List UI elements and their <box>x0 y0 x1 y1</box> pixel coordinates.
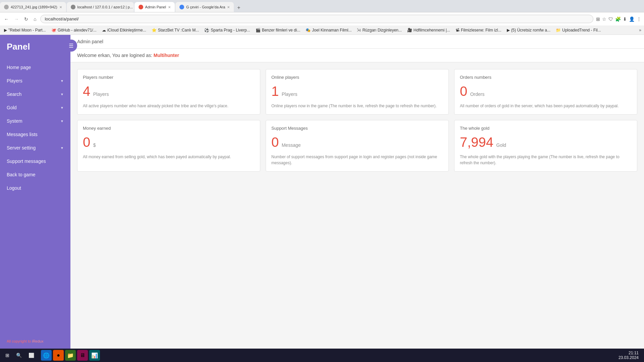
footer-brand: iRedux <box>32 339 43 343</box>
sidebar-label-players: Players <box>7 78 22 83</box>
browser-chrome: 422713_241.jpg (1899×942) ✕ localhost / … <box>0 0 644 35</box>
card-desc-orders: All number of orders of gold in the serv… <box>460 103 632 109</box>
card-players-number: Players number 4 Players All active play… <box>77 69 260 115</box>
home-button[interactable]: ⌂ <box>32 15 38 23</box>
card-money: Money earned 0 $ All money earned from s… <box>77 120 260 172</box>
menu-icon[interactable]: ⋮ <box>637 16 641 22</box>
card-number-online: 1 <box>271 84 279 99</box>
sidebar-menu-toggle[interactable]: ☰ <box>65 40 77 52</box>
footer-prefix: All copyright to <box>7 339 31 343</box>
taskbar-app4[interactable]: 🖥 <box>77 350 88 361</box>
search-button[interactable]: 🔍 <box>13 351 24 359</box>
bookmark-filmiz[interactable]: 📽 Filmizlesene: Film izl... <box>454 27 503 33</box>
card-title-gold: The whole gold <box>460 126 632 131</box>
bookmark-icon-5: 🎬 <box>256 28 261 33</box>
taskbar-chrome[interactable]: ● <box>53 350 64 361</box>
bookmark-icloud[interactable]: ☁ iCloud Etkinleştirme... <box>101 27 148 33</box>
sidebar-title: Panel <box>7 42 64 52</box>
taskbar-start: ⊞ 🔍 ⬜ <box>3 351 37 359</box>
taskbar-edge[interactable]: 🌐 <box>41 350 52 361</box>
reload-button[interactable]: ↻ <box>23 15 30 23</box>
bookmark-ucretsiz[interactable]: ▶ (5) Ücretsiz romfw a... <box>505 27 552 33</box>
task-view-button[interactable]: ⬜ <box>26 351 37 359</box>
card-value-online: 1 Players <box>271 84 443 99</box>
bookmark-starzbet[interactable]: ⭐ StarzBet TV :Canlı M... <box>150 27 200 33</box>
sidebar-item-gold[interactable]: Gold ▼ <box>0 101 70 114</box>
bookmark-uploaded[interactable]: 📁 UploadedTrend - Fil... <box>554 27 602 33</box>
bookmark-label-1: GitHub - alexdev71/... <box>58 28 97 33</box>
tab-label-admin: Admin Panel <box>145 5 166 9</box>
sidebar-item-server[interactable]: Server setting ▼ <box>0 141 70 155</box>
clock-date: 23.03.2024 <box>619 355 639 360</box>
sidebar-item-system[interactable]: System ▼ <box>0 114 70 128</box>
sidebar-item-backtogame[interactable]: Back to game <box>0 168 70 181</box>
sidebar-footer: All copyright to iRedux <box>0 334 70 349</box>
card-number-players: 4 <box>83 84 90 99</box>
bookmark-label-2: iCloud Etkinleştirme... <box>107 28 146 33</box>
sidebar-item-homepage[interactable]: Home page <box>0 61 70 74</box>
sidebar-item-search[interactable]: Search ▼ <box>0 87 70 101</box>
bookmark-label-5: Benzer filmleri ve di... <box>262 28 301 33</box>
translate-icon[interactable]: ⊞ <box>596 16 600 22</box>
browser-actions: ⊞ ☆ 🛡 🧩 ⬇ 👤 ⋮ <box>596 16 641 22</box>
sidebar-header: Panel <box>0 35 70 61</box>
bookmark-sparta[interactable]: ⚽ Sparta Prag - Liverp... <box>203 27 251 33</box>
cards-grid: Players number 4 Players All active play… <box>70 62 644 178</box>
card-number-gold: 7,994 <box>460 135 493 149</box>
profile-icon[interactable]: 👤 <box>629 16 635 22</box>
card-value-support: 0 Message <box>271 135 443 150</box>
shield-icon[interactable]: 🛡 <box>608 16 613 22</box>
tab-google[interactable]: G çeviri - Google'da Ara ✕ <box>175 2 234 12</box>
bookmark-label-9: Filmizlesene: Film izl... <box>461 28 501 33</box>
card-gold: The whole gold 7,994 Gold The whole gold… <box>454 120 637 172</box>
bookmark-joel[interactable]: 🎭 Joel Kinnaman Filml... <box>304 27 353 33</box>
bookmark-icon-1: 🐙 <box>51 28 56 33</box>
sidebar-item-messages[interactable]: Messages lists <box>0 128 70 141</box>
tab-image[interactable]: 422713_241.jpg (1899×942) ✕ <box>0 2 66 12</box>
bookmark-hdfilm[interactable]: 🎥 Hdfilmcehennemi |... <box>406 27 451 33</box>
sidebar-item-logout[interactable]: Logout <box>0 181 70 195</box>
sidebar-label-gold: Gold <box>7 105 17 110</box>
bookmarks-more-icon[interactable]: » <box>639 28 641 33</box>
tab-localhost[interactable]: localhost / 127.0.0.1 / azer12 | p... ✕ <box>67 2 134 12</box>
bookmark-icon-4: ⚽ <box>204 28 209 33</box>
tab-close-admin[interactable]: ✕ <box>168 5 171 9</box>
bookmark-github[interactable]: 🐙 GitHub - alexdev71/... <box>50 27 98 33</box>
taskbar-apps: 🌐 ● 📁 🖥 📊 <box>41 350 100 361</box>
bookmark-rebel-moon[interactable]: ▶ "Rebel Moon - Part... <box>3 27 47 33</box>
card-title-money: Money earned <box>83 126 255 131</box>
card-desc-support: Number of support messages from support … <box>271 154 443 166</box>
bookmark-icon-3: ⭐ <box>152 28 157 33</box>
sidebar-item-players[interactable]: Players ▼ <box>0 74 70 87</box>
start-button[interactable]: ⊞ <box>3 351 12 359</box>
main-content: Admin panel Welcome erkan, You are login… <box>70 35 644 349</box>
taskbar-files[interactable]: 📁 <box>65 350 76 361</box>
card-number-money: 0 <box>83 135 90 149</box>
bookmark-icon-0: ▶ <box>4 28 7 33</box>
sidebar-label-server: Server setting <box>7 145 36 150</box>
tab-bar: 422713_241.jpg (1899×942) ✕ localhost / … <box>0 0 644 12</box>
bookmark-label-3: StarzBet TV :Canlı M... <box>158 28 199 33</box>
extensions-icon[interactable]: 🧩 <box>615 16 621 22</box>
new-tab-button[interactable]: + <box>234 3 243 12</box>
sidebar-arrow-server: ▼ <box>60 146 64 150</box>
tab-close-image[interactable]: ✕ <box>59 5 62 9</box>
sidebar: Panel ☰ Home page Players ▼ Search ▼ Gol… <box>0 35 70 349</box>
bookmark-label-10: (5) Ücretsiz romfw a... <box>511 28 550 33</box>
taskbar-app5[interactable]: 📊 <box>89 350 100 361</box>
sidebar-arrow-players: ▼ <box>60 79 64 83</box>
bookmark-star-icon[interactable]: ☆ <box>602 16 606 22</box>
address-bar: ← → ↻ ⌂ ⊞ ☆ 🛡 🧩 ⬇ 👤 ⋮ <box>0 12 644 25</box>
bookmark-label-0: "Rebel Moon - Part... <box>8 28 46 33</box>
tab-admin[interactable]: Admin Panel ✕ <box>135 2 175 12</box>
tab-close-google[interactable]: ✕ <box>227 5 230 9</box>
bookmark-ruzgar[interactable]: 🌬 Rüzgarı Dizginleyen... <box>356 27 403 33</box>
address-input[interactable] <box>40 15 593 23</box>
sidebar-item-support[interactable]: Support messages <box>0 155 70 168</box>
card-orders: Orders numbers 0 Orders All number of or… <box>454 69 637 115</box>
back-button[interactable]: ← <box>3 15 10 23</box>
download-icon[interactable]: ⬇ <box>623 16 627 22</box>
forward-button[interactable]: → <box>13 15 20 23</box>
bookmark-benzer[interactable]: 🎬 Benzer filmleri ve di... <box>254 27 302 33</box>
bookmark-label-4: Sparta Prag - Liverp... <box>211 28 250 33</box>
